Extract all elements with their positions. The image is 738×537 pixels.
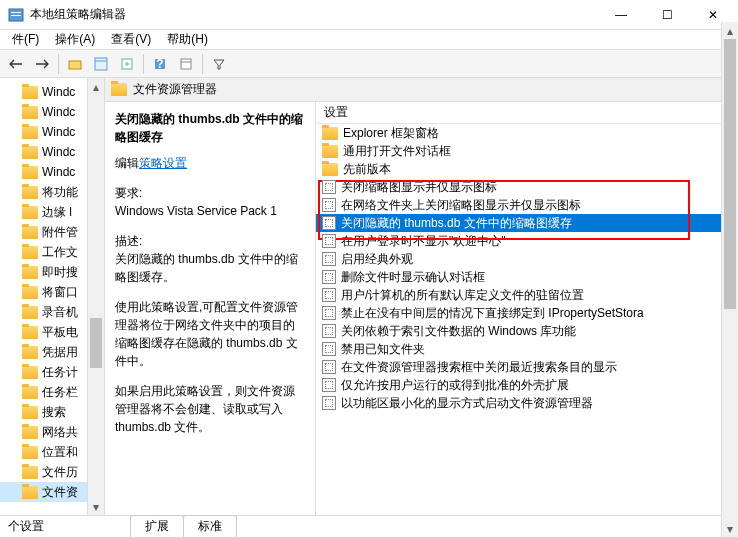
- menu-file[interactable]: 件(F): [4, 29, 47, 50]
- list-item[interactable]: 启用经典外观: [316, 250, 738, 268]
- folder-icon: [22, 366, 38, 379]
- policy-icon: [322, 180, 336, 194]
- folder-icon: [322, 127, 338, 140]
- toolbar-help-button[interactable]: ?: [148, 52, 172, 76]
- list-item[interactable]: 以功能区最小化的显示方式启动文件资源管理器: [316, 394, 738, 412]
- content-area: WindcWindcWindcWindcWindc将功能边缘 l附件管工作文即时…: [0, 78, 738, 515]
- menu-view[interactable]: 查看(V): [103, 29, 159, 50]
- titlebar: 本地组策略编辑器 — ☐ ✕: [0, 0, 738, 30]
- requirements-value: Windows Vista Service Pack 1: [115, 202, 305, 220]
- toolbar-filter-button[interactable]: [207, 52, 231, 76]
- toolbar-refresh-button[interactable]: [174, 52, 198, 76]
- list-item-label: 以功能区最小化的显示方式启动文件资源管理器: [341, 395, 593, 412]
- list-item[interactable]: 在网络文件夹上关闭缩略图显示并仅显示图标: [316, 196, 738, 214]
- tree-scrollbar[interactable]: ▴ ▾: [87, 78, 104, 515]
- svg-text:?: ?: [156, 57, 163, 71]
- list-item[interactable]: 在用户登录时不显示"欢迎中心": [316, 232, 738, 250]
- list-item-label: 启用经典外观: [341, 251, 413, 268]
- minimize-button[interactable]: —: [598, 0, 644, 30]
- svg-rect-1: [11, 12, 21, 13]
- path-title: 文件资源管理器: [133, 81, 217, 98]
- list-item-label: 关闭缩略图显示并仅显示图标: [341, 179, 497, 196]
- policy-icon: [322, 360, 336, 374]
- policy-icon: [322, 234, 336, 248]
- list-item[interactable]: 仅允许按用户运行的或得到批准的外壳扩展: [316, 376, 738, 394]
- description-text: 如果启用此策略设置，则文件资源管理器将不会创建、读取或写入 thumbs.db …: [115, 382, 305, 436]
- menu-help[interactable]: 帮助(H): [159, 29, 216, 50]
- toolbar: ?: [0, 50, 738, 78]
- tree-item-label: 即时搜: [42, 264, 78, 281]
- list-item[interactable]: 禁用已知文件夹: [316, 340, 738, 358]
- list-scroll-thumb[interactable]: [724, 102, 736, 309]
- tree-item-label: Windc: [42, 145, 75, 159]
- list-body[interactable]: Explorer 框架窗格通用打开文件对话框先前版本关闭缩略图显示并仅显示图标在…: [316, 124, 738, 515]
- policy-icon: [322, 396, 336, 410]
- list-item[interactable]: 禁止在没有中间层的情况下直接绑定到 IPropertySetStora: [316, 304, 738, 322]
- list-item[interactable]: 在文件资源管理器搜索框中关闭最近搜索条目的显示: [316, 358, 738, 376]
- toolbar-open-button[interactable]: [63, 52, 87, 76]
- tree-item-label: Windc: [42, 165, 75, 179]
- scroll-down-icon[interactable]: ▾: [88, 498, 104, 515]
- list-item[interactable]: 关闭依赖于索引文件数据的 Windows 库功能: [316, 322, 738, 340]
- tree-item-label: Windc: [42, 105, 75, 119]
- list-item-label: 通用打开文件对话框: [343, 143, 451, 160]
- list-item-label: 在文件资源管理器搜索框中关闭最近搜索条目的显示: [341, 359, 617, 376]
- list-item-label: 在网络文件夹上关闭缩略图显示并仅显示图标: [341, 197, 581, 214]
- tree-item-label: 录音机: [42, 304, 78, 321]
- folder-icon: [22, 146, 38, 159]
- list-scrollbar[interactable]: ▴ ▾: [721, 102, 738, 515]
- toolbar-separator: [143, 54, 144, 74]
- forward-button[interactable]: [30, 52, 54, 76]
- folder-icon: [22, 246, 38, 259]
- folder-icon: [322, 145, 338, 158]
- list-item[interactable]: 关闭缩略图显示并仅显示图标: [316, 178, 738, 196]
- list-item[interactable]: Explorer 框架窗格: [316, 124, 738, 142]
- folder-icon: [22, 466, 38, 479]
- svg-rect-4: [95, 58, 107, 70]
- description-text: 关闭隐藏的 thumbs.db 文件中的缩略图缓存。: [115, 250, 305, 286]
- list-item[interactable]: 关闭隐藏的 thumbs.db 文件中的缩略图缓存: [316, 214, 738, 232]
- menu-action[interactable]: 操作(A): [47, 29, 103, 50]
- folder-icon: [22, 266, 38, 279]
- folder-icon: [22, 206, 38, 219]
- path-header: 文件资源管理器: [105, 78, 738, 102]
- policy-icon: [322, 270, 336, 284]
- back-button[interactable]: [4, 52, 28, 76]
- policy-icon: [322, 324, 336, 338]
- toolbar-list-button[interactable]: [89, 52, 113, 76]
- tree-item-label: 将窗口: [42, 284, 78, 301]
- policy-title: 关闭隐藏的 thumbs.db 文件中的缩略图缓存: [115, 110, 305, 146]
- tree-item-label: 将功能: [42, 184, 78, 201]
- folder-icon: [111, 83, 127, 96]
- folder-icon: [22, 126, 38, 139]
- main-pane: 文件资源管理器 关闭隐藏的 thumbs.db 文件中的缩略图缓存 编辑策略设置…: [105, 78, 738, 515]
- tree-item-label: 任务计: [42, 364, 78, 381]
- tabs-bar: 扩展 标准: [0, 515, 738, 537]
- tree-item-label: 凭据用: [42, 344, 78, 361]
- list-item[interactable]: 删除文件时显示确认对话框: [316, 268, 738, 286]
- edit-link-row: 编辑策略设置: [115, 154, 305, 172]
- list-item[interactable]: 先前版本: [316, 160, 738, 178]
- list-item[interactable]: 通用打开文件对话框: [316, 142, 738, 160]
- list-item-label: 删除文件时显示确认对话框: [341, 269, 485, 286]
- list-item-label: 关闭隐藏的 thumbs.db 文件中的缩略图缓存: [341, 215, 572, 232]
- status-bar: 个设置: [0, 515, 52, 537]
- folder-icon: [22, 286, 38, 299]
- tab-standard[interactable]: 标准: [183, 515, 237, 537]
- list-column-header[interactable]: 设置: [316, 102, 738, 124]
- folder-icon: [22, 226, 38, 239]
- tree-pane[interactable]: WindcWindcWindcWindcWindc将功能边缘 l附件管工作文即时…: [0, 78, 105, 515]
- toolbar-export-button[interactable]: [115, 52, 139, 76]
- tree-scroll-thumb[interactable]: [90, 318, 102, 368]
- edit-policy-link[interactable]: 策略设置: [139, 156, 187, 170]
- list-item-label: 禁止在没有中间层的情况下直接绑定到 IPropertySetStora: [341, 305, 644, 322]
- list-item-label: 关闭依赖于索引文件数据的 Windows 库功能: [341, 323, 576, 340]
- tab-extended[interactable]: 扩展: [130, 515, 184, 537]
- list-item-label: 禁用已知文件夹: [341, 341, 425, 358]
- folder-icon: [22, 486, 38, 499]
- list-item[interactable]: 用户/计算机的所有默认库定义文件的驻留位置: [316, 286, 738, 304]
- folder-icon: [322, 163, 338, 176]
- scroll-up-icon[interactable]: ▴: [88, 78, 104, 95]
- maximize-button[interactable]: ☐: [644, 0, 690, 30]
- window-title: 本地组策略编辑器: [30, 6, 598, 23]
